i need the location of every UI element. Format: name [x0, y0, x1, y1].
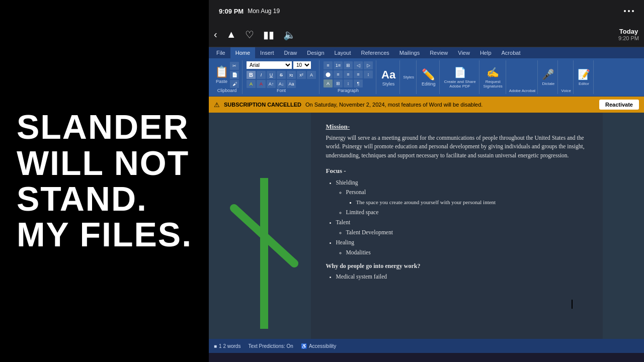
tab-layout[interactable]: Layout — [330, 47, 356, 58]
dictate-label: Dictate — [542, 81, 554, 86]
align-right-btn[interactable]: ≡ — [344, 70, 353, 78]
font-size-select[interactable]: 10 — [293, 61, 311, 69]
underline-btn[interactable]: U — [267, 71, 276, 79]
change-case-btn[interactable]: Aa — [287, 80, 296, 88]
borders-btn[interactable]: ⊞ — [334, 79, 343, 87]
editor-icon: 📝 — [578, 68, 590, 80]
tab-help[interactable]: Help — [475, 47, 497, 58]
pause-icon[interactable]: ▮▮ — [263, 29, 274, 41]
bold-btn[interactable]: B — [247, 71, 256, 79]
accessibility-label: Accessibility — [309, 343, 336, 349]
bullets-btn[interactable]: ≡ — [324, 61, 333, 69]
talent-sublist: Talent Development — [336, 228, 588, 238]
format-painter-icon[interactable]: 🖌 — [230, 80, 239, 88]
font-select[interactable]: Arial — [247, 61, 292, 69]
share-icon[interactable]: ▲︎ — [226, 29, 236, 40]
styles-label: Styles — [382, 81, 395, 86]
text-predictions-status: Text Predictions: On — [248, 343, 293, 349]
subscript-btn[interactable]: x₂ — [287, 71, 296, 79]
copy-icon[interactable]: 📄 — [230, 71, 239, 79]
strikethrough-btn[interactable]: S — [277, 71, 286, 79]
list-item-shielding: Shielding Personal The space you create … — [336, 178, 588, 217]
word-status-bar: ■ 1 2 words Text Predictions: On ♿ Acces… — [209, 339, 644, 353]
list-item-limited-space: Limited space — [346, 208, 588, 218]
reactivate-button[interactable]: Reactivate — [599, 100, 639, 110]
tab-mailings[interactable]: Mailings — [394, 47, 425, 58]
tab-acrobat[interactable]: Acrobat — [497, 47, 526, 58]
paste-btn[interactable]: 📋 Paste — [215, 65, 228, 84]
list-item-talent: Talent Talent Development — [336, 218, 588, 237]
font-color-btn[interactable]: A — [257, 80, 266, 88]
heart-icon[interactable]: ♡ — [245, 29, 254, 41]
mission-body: Psinergy will serve as a meeting ground … — [326, 134, 588, 160]
create-share-btn[interactable]: 📄 Create and ShareAdobe PDF — [441, 60, 479, 94]
document-content: Mission- Psinergy will serve as a meetin… — [326, 123, 588, 282]
personal-sublist: The space you create around yourself wit… — [346, 198, 588, 207]
font-group: Arial 10 B I U S x₂ x² A A A — [244, 60, 319, 94]
editing-btn[interactable]: ✏️ Editing — [418, 60, 440, 94]
dot-3 — [632, 10, 634, 12]
align-center-btn[interactable]: ≡ — [334, 70, 343, 78]
tab-home[interactable]: Home — [230, 47, 255, 58]
back-icon[interactable]: ‹ — [214, 29, 217, 40]
voice-group: Voice — [559, 60, 574, 94]
status-dots — [624, 10, 634, 12]
editor-label: Editor — [579, 81, 589, 86]
justify-btn[interactable]: ≡ — [354, 70, 363, 78]
numbering-btn[interactable]: 1≡ — [334, 61, 343, 69]
increase-indent-btn[interactable]: ▷ — [364, 61, 373, 69]
ribbon-content: 📋 Paste ✂ 📄 🖌 Clipboard Arial — [209, 58, 644, 97]
accessibility-status: ♿ Accessibility — [301, 343, 336, 349]
tab-file[interactable]: File — [211, 47, 230, 58]
styles-panel-label: Styles — [403, 75, 414, 79]
adobe-acrobat-label: Adobe Acrobat — [509, 88, 535, 93]
line-spacing-btn[interactable]: ↕ — [364, 70, 373, 78]
request-sigs-btn[interactable]: ✍️ RequestSignatures — [480, 60, 506, 94]
text-predictions-label: Text Predictions: On — [248, 343, 293, 349]
tab-insert[interactable]: Insert — [255, 47, 279, 58]
mute-icon[interactable]: 🔈 — [283, 29, 296, 41]
editor-btn[interactable]: 📝 Editor — [575, 60, 594, 94]
shielding-sublist: Personal The space you create around you… — [336, 188, 588, 217]
list-item-personal: Personal The space you create around you… — [346, 188, 588, 207]
page-count: ■ 1 2 words — [214, 343, 240, 349]
focus-list: Shielding Personal The space you create … — [326, 178, 588, 258]
page-indicator: ■ — [214, 343, 217, 349]
mic-icon: 🎤 — [542, 68, 554, 80]
list-item-medical: Medical system failed — [336, 272, 588, 282]
styles-btn[interactable]: Aa Styles — [377, 60, 400, 94]
list-item-talent-dev: Talent Development — [346, 228, 588, 238]
italic-btn[interactable]: I — [257, 71, 266, 79]
accessibility-icon: ♿ — [301, 343, 307, 349]
dot-2 — [628, 10, 630, 12]
list-item-modalities: Modalities — [346, 248, 588, 258]
tab-design[interactable]: Design — [302, 47, 329, 58]
tab-references[interactable]: References — [356, 47, 394, 58]
tab-review[interactable]: Review — [425, 47, 453, 58]
today-section: Today 9:20 PM — [618, 28, 639, 41]
superscript-btn[interactable]: x² — [297, 71, 306, 79]
font-row: Arial 10 — [247, 61, 316, 69]
cut-icon[interactable]: ✂ — [230, 62, 239, 70]
decrease-indent-btn[interactable]: ◁ — [354, 61, 363, 69]
ios-toolbar-left: ‹ ▲︎ ♡ ▮▮ 🔈 — [214, 29, 296, 41]
clear-format-btn[interactable]: A — [307, 71, 316, 79]
align-left-btn[interactable]: ⬤ — [324, 70, 333, 78]
font-size-up-btn[interactable]: A↑ — [267, 80, 276, 88]
text-highlight-btn[interactable]: A — [247, 80, 256, 88]
tab-draw[interactable]: Draw — [279, 47, 302, 58]
show-para-btn[interactable]: ¶ — [354, 79, 363, 87]
font-size-down-btn[interactable]: A↓ — [277, 80, 286, 88]
question: Why do people go into energy work? — [326, 262, 588, 270]
dot-1 — [624, 10, 626, 12]
dictate-btn[interactable]: 🎤 Dictate — [539, 60, 558, 94]
ios-toolbar: ‹ ▲︎ ♡ ▮▮ 🔈 Today 9:20 PM — [209, 22, 644, 47]
sort-btn[interactable]: ↕ — [344, 79, 353, 87]
left-panel-text: SLANDERWILL NOTSTAND.MY FILES. — [17, 109, 192, 253]
tab-view[interactable]: View — [453, 47, 475, 58]
multilevel-btn[interactable]: ⊞ — [344, 61, 353, 69]
shading-btn[interactable]: A — [324, 79, 333, 87]
signature-icon: ✍️ — [487, 66, 499, 78]
today-time: 9:20 PM — [618, 35, 639, 41]
status-time: 9:09 PM — [219, 8, 244, 15]
